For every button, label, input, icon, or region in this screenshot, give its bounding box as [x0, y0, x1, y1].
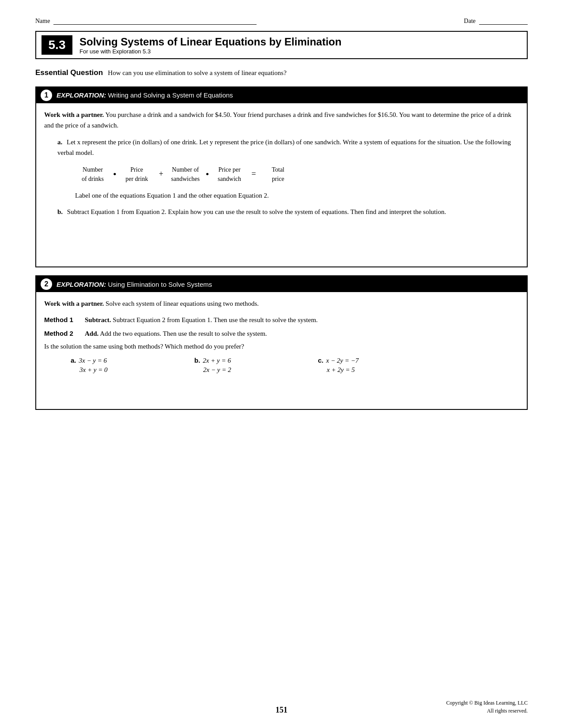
vm-number-drinks-1: Number [83, 165, 103, 174]
eq-part-b: b. 2x + y = 6 2x − y = 2 [194, 356, 283, 374]
essential-question: Essential Question How can you use elimi… [35, 67, 528, 79]
method-section: Method 1 Subtract. Subtract Equation 2 f… [44, 315, 519, 338]
vm-plus: + [159, 169, 163, 179]
part-b: b. Subtract Equation 1 from Equation 2. … [44, 206, 519, 257]
eq-part-c: c. x − 2y = −7 x + 2y = 5 [318, 356, 406, 374]
vm-col-number-drinks: Number of drinks [75, 165, 110, 184]
vm-total-1: Total [272, 165, 284, 174]
part-b-label: b. [57, 208, 63, 215]
exploration-2-box: 2 EXPLORATION: Using Elimination to Solv… [35, 275, 528, 410]
date-field: Date [464, 18, 528, 25]
vm-price-sandwich-1: Price per [218, 165, 240, 174]
exploration-2-work-area [44, 378, 519, 405]
vm-price-drink-2: per drink [125, 174, 148, 184]
exploration-1-content: Work with a partner. You purchase a drin… [36, 103, 527, 267]
exploration-1-intro: Work with a partner. You purchase a drin… [44, 109, 519, 131]
exploration-2-intro: Work with a partner. Solve each system o… [44, 298, 519, 309]
eq-c-label: c. [318, 356, 324, 364]
eq-a-line2-row: 3x + y = 0 [71, 366, 159, 374]
title-text: Solving Systems of Linear Equations by E… [79, 36, 341, 55]
part-a: a. Let x represent the price (in dollars… [44, 137, 519, 201]
part-b-work-area [57, 217, 519, 257]
method-2-text: Add. Add the two equations. Then use the… [85, 329, 267, 339]
exploration-1-title-rest: Writing and Solving a System of Equation… [108, 91, 233, 99]
page-number: 151 [276, 705, 287, 715]
vm-number-sandwiches-1: Number of [172, 165, 199, 174]
page-footer: 151 Copyright © Big Ideas Learning, LLC … [0, 699, 563, 715]
verbal-model: Number of drinks • Price per drink + Num… [75, 165, 519, 184]
eq-text: How can you use elimination to solve a s… [108, 69, 287, 76]
exploration-1-intro-rest: You purchase a drink and a sandwich for … [44, 111, 511, 129]
method-1-bold: Subtract. [85, 316, 111, 323]
method-2-label: Method 2 [44, 329, 79, 339]
vm-col-price-drink: Price per drink [119, 165, 155, 184]
vm-total-2: price [272, 174, 284, 184]
method-1-text: Subtract. Subtract Equation 2 from Equat… [85, 315, 318, 325]
title-block: 5.3 Solving Systems of Linear Equations … [35, 31, 528, 59]
vm-col-total: Total price [261, 165, 296, 184]
eq-b-label: b. [194, 356, 200, 364]
method-2-rest: Add the two equations. Then use the resu… [98, 330, 267, 337]
eq-label: Essential Question [35, 68, 103, 77]
same-solution-question: Is the solution the same using both meth… [44, 343, 519, 350]
vm-col-price-sandwich: Price per sandwich [212, 165, 247, 184]
exploration-1-header: 1 EXPLORATION: Writing and Solving a Sys… [36, 87, 527, 103]
method-1-row: Method 1 Subtract. Subtract Equation 2 f… [44, 315, 519, 325]
eq-b-line2-row: 2x − y = 2 [194, 366, 283, 374]
work-partner-2-bold: Work with a partner. [44, 300, 104, 307]
name-label: Name [35, 18, 50, 25]
eq-c-line2: x + 2y = 5 [327, 366, 355, 374]
section-number: 5.3 [42, 35, 72, 55]
vm-number-drinks-2: of drinks [82, 174, 104, 184]
vm-price-sandwich-2: sandwich [218, 174, 241, 184]
exploration-1-title: EXPLORATION: Writing and Solving a Syste… [57, 91, 233, 99]
vm-equals: = [252, 169, 256, 179]
eq-part-a: a. 3x − y = 6 3x + y = 0 [71, 356, 159, 374]
exploration-2-title-bold: EXPLORATION: [57, 281, 106, 288]
exploration-2-number: 2 [41, 278, 52, 290]
copyright-line2: All rights reserved. [446, 707, 528, 715]
vm-dot-2: • [206, 169, 209, 179]
copyright-line1: Copyright © Big Ideas Learning, LLC [446, 699, 528, 707]
eq-a-line2: 3x + y = 0 [79, 366, 108, 374]
method-1-label: Method 1 [44, 315, 79, 325]
eq-a-header: a. 3x − y = 6 [71, 356, 159, 364]
exploration-2-title-rest: Using Elimination to Solve Systems [108, 281, 212, 288]
header: Name Date [35, 18, 528, 25]
eq-a-line1: 3x − y = 6 [79, 357, 107, 364]
part-a-label: a. [57, 139, 62, 146]
method-2-bold: Add. [85, 330, 98, 337]
vm-col-number-sandwiches: Number of sandwiches [168, 165, 203, 184]
eq-a-label: a. [71, 356, 76, 364]
eq-b-line1: 2x + y = 6 [203, 357, 231, 364]
eq-b-header: b. 2x + y = 6 [194, 356, 283, 364]
part-b-text: Subtract Equation 1 from Equation 2. Exp… [67, 208, 446, 215]
exploration-1-box: 1 EXPLORATION: Writing and Solving a Sys… [35, 86, 528, 268]
work-partner-bold: Work with a partner. [44, 111, 104, 118]
exploration-2-title: EXPLORATION: Using Elimination to Solve … [57, 281, 212, 288]
vm-dot-1: • [113, 169, 117, 179]
exploration-2-content: Work with a partner. Solve each system o… [36, 292, 527, 409]
part-a-text: Let x represent the price (in dollars) o… [57, 139, 511, 156]
eq-b-line2: 2x − y = 2 [203, 366, 231, 374]
exploration-1-number: 1 [41, 90, 52, 101]
exploration-1-title-bold: EXPLORATION: [57, 91, 106, 99]
method-1-rest: Subtract Equation 2 from Equation 1. The… [111, 316, 318, 323]
eq-c-line1: x − 2y = −7 [326, 357, 359, 364]
vm-number-sandwiches-2: sandwiches [171, 174, 200, 184]
eq-c-header: c. x − 2y = −7 [318, 356, 406, 364]
name-underline [53, 18, 257, 25]
copyright: Copyright © Big Ideas Learning, LLC All … [446, 699, 528, 715]
subtitle: For use with Exploration 5.3 [79, 48, 341, 55]
eq-row-1: a. 3x − y = 6 3x + y = 0 b. 2x + y = 6 2… [71, 356, 519, 374]
label-eq-line: Label one of the equations Equation 1 an… [75, 191, 519, 201]
name-field: Name [35, 18, 257, 25]
method-2-row: Method 2 Add. Add the two equations. The… [44, 329, 519, 339]
equations-section: a. 3x − y = 6 3x + y = 0 b. 2x + y = 6 2… [71, 356, 519, 374]
date-underline [479, 18, 528, 25]
exploration-2-intro-rest: Solve each system of linear equations us… [106, 300, 259, 307]
date-label: Date [464, 18, 476, 25]
vm-price-drink-1: Price [130, 165, 143, 174]
exploration-2-header: 2 EXPLORATION: Using Elimination to Solv… [36, 276, 527, 292]
eq-c-line2-row: x + 2y = 5 [318, 366, 406, 374]
